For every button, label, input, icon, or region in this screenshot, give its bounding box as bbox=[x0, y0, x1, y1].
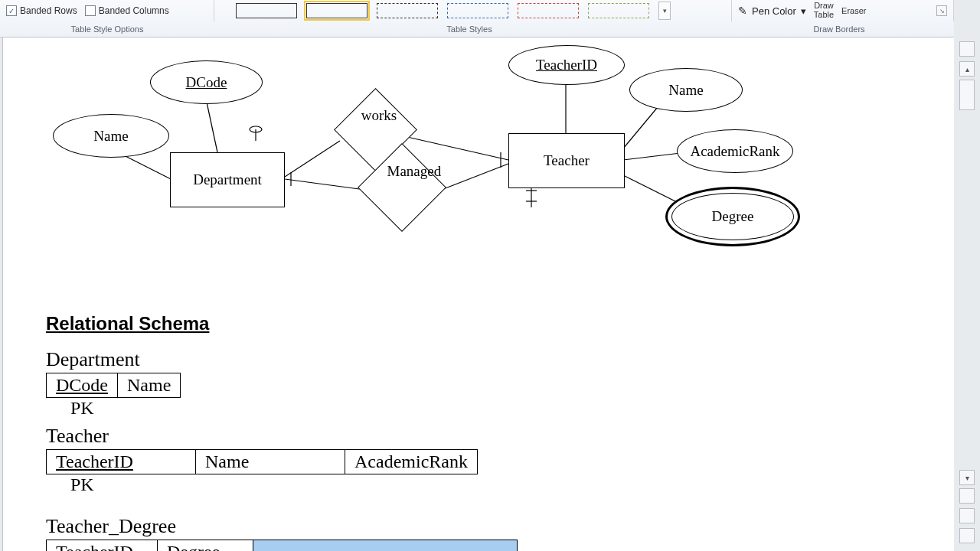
pen-color-button[interactable]: ✎ Pen Color ▾ bbox=[738, 5, 806, 17]
attr-name-2: Name bbox=[629, 68, 743, 112]
col-academicrank[interactable]: AcademicRank bbox=[345, 450, 478, 474]
pen-color-label: Pen Color bbox=[752, 5, 796, 17]
ribbon-groups: ✓ Banded Rows Banded Columns ▾ bbox=[0, 0, 954, 21]
col-degree[interactable]: Degree bbox=[158, 540, 253, 552]
svg-line-4 bbox=[407, 137, 508, 160]
attr-academicrank: AcademicRank bbox=[677, 129, 793, 173]
label-banded-columns: Banded Columns bbox=[99, 5, 169, 16]
rel-managed-text: Managed bbox=[387, 163, 449, 180]
app-root: ✓ Banded Rows Banded Columns ▾ bbox=[0, 0, 980, 551]
group-label-tso: Table Style Options bbox=[0, 22, 214, 36]
group-table-styles: ▾ bbox=[214, 0, 732, 21]
group-label-ts: Table Styles bbox=[214, 22, 724, 36]
style-thumb-5[interactable] bbox=[518, 3, 579, 18]
entity-teacher-text: Teacher bbox=[544, 152, 590, 169]
document-page[interactable]: DCode Name Department works Managed Teac… bbox=[2, 37, 956, 551]
section-heading: Relational Schema bbox=[46, 313, 518, 334]
vertical-sidebar: ▴ ▾ bbox=[954, 37, 980, 551]
table-row: TeacherID Degree bbox=[47, 540, 518, 552]
table-row: DCode Name bbox=[47, 373, 181, 398]
draw-table-label: Draw Table bbox=[814, 2, 834, 19]
entity-department: Department bbox=[170, 152, 285, 207]
checkbox-banded-columns[interactable]: Banded Columns bbox=[85, 5, 169, 16]
attr-academicrank-text: AcademicRank bbox=[690, 143, 779, 160]
style-thumb-1[interactable] bbox=[236, 3, 297, 18]
dialog-launcher-icon[interactable]: ↘ bbox=[936, 5, 947, 16]
style-thumb-2[interactable] bbox=[306, 3, 368, 18]
style-thumb-4[interactable] bbox=[447, 3, 508, 18]
entity-teacher: Teacher bbox=[508, 133, 625, 188]
style-thumb-6[interactable] bbox=[588, 3, 649, 18]
label-banded-rows: Banded Rows bbox=[20, 5, 77, 16]
col-teacherid[interactable]: TeacherID bbox=[47, 450, 196, 474]
attr-name-1: Name bbox=[53, 114, 169, 158]
table-name-department: Department bbox=[46, 348, 518, 371]
eraser-button[interactable]: Eraser bbox=[841, 6, 866, 15]
prev-page-button[interactable] bbox=[959, 488, 975, 504]
svg-line-3 bbox=[285, 179, 371, 191]
attr-teacherid: TeacherID bbox=[508, 45, 625, 85]
attr-teacherid-text: TeacherID bbox=[536, 57, 597, 73]
check-icon: ✓ bbox=[6, 5, 17, 16]
gallery-more-icon[interactable]: ▾ bbox=[658, 2, 671, 20]
chevron-down-icon: ▾ bbox=[801, 5, 806, 17]
attr-name-1-text: Name bbox=[93, 128, 128, 145]
pk-label: PK bbox=[70, 474, 518, 495]
pen-icon: ✎ bbox=[738, 5, 747, 17]
group-label-db: Draw Borders bbox=[724, 22, 954, 36]
checkbox-banded-rows[interactable]: ✓ Banded Rows bbox=[6, 5, 77, 16]
col-dcode[interactable]: DCode bbox=[47, 373, 118, 398]
style-thumb-3[interactable] bbox=[377, 3, 438, 18]
attr-dcode: DCode bbox=[150, 60, 263, 104]
group-table-style-options: ✓ Banded Rows Banded Columns bbox=[0, 0, 214, 21]
rel-works-text: works bbox=[361, 107, 419, 124]
pk-label: PK bbox=[70, 398, 518, 419]
table-styles-gallery[interactable]: ▾ bbox=[220, 2, 671, 20]
relational-schema-section: Relational Schema Department DCode Name … bbox=[46, 313, 518, 551]
attr-degree: Degree bbox=[665, 187, 800, 246]
entity-department-text: Department bbox=[193, 171, 262, 188]
attr-dcode-text: DCode bbox=[186, 74, 227, 91]
svg-line-2 bbox=[285, 141, 340, 177]
next-page-button[interactable] bbox=[959, 528, 975, 543]
ruler-toggle-button[interactable] bbox=[959, 41, 975, 57]
group-draw-borders: ✎ Pen Color ▾ Draw Table Eraser ↘ bbox=[732, 0, 954, 21]
col-empty-selected[interactable] bbox=[253, 540, 518, 552]
table-name-teacher: Teacher bbox=[46, 425, 518, 448]
svg-line-5 bbox=[439, 164, 508, 191]
view-options-button[interactable] bbox=[959, 80, 975, 110]
draw-table-button[interactable]: Draw Table bbox=[814, 2, 834, 19]
table-department[interactable]: DCode Name bbox=[46, 373, 181, 398]
col-name[interactable]: Name bbox=[196, 450, 345, 474]
table-teacher-degree[interactable]: TeacherID Degree bbox=[46, 540, 518, 551]
table-row: TeacherID Name AcademicRank bbox=[47, 450, 478, 474]
ribbon: ✓ Banded Rows Banded Columns ▾ bbox=[0, 0, 954, 37]
check-icon bbox=[85, 5, 96, 16]
browse-object-button[interactable] bbox=[959, 508, 975, 523]
svg-line-14 bbox=[623, 103, 662, 148]
scroll-up-icon[interactable]: ▴ bbox=[959, 61, 975, 77]
eraser-label: Eraser bbox=[841, 6, 866, 15]
table-name-teacher-degree: Teacher_Degree bbox=[46, 515, 518, 538]
svg-line-0 bbox=[206, 99, 217, 152]
col-teacherid[interactable]: TeacherID bbox=[47, 540, 158, 552]
table-teacher[interactable]: TeacherID Name AcademicRank bbox=[46, 449, 478, 474]
attr-name-2-text: Name bbox=[668, 82, 703, 99]
col-name[interactable]: Name bbox=[118, 373, 181, 398]
attr-degree-text: Degree bbox=[712, 208, 754, 225]
scroll-down-icon[interactable]: ▾ bbox=[959, 470, 975, 485]
svg-point-7 bbox=[250, 126, 262, 132]
